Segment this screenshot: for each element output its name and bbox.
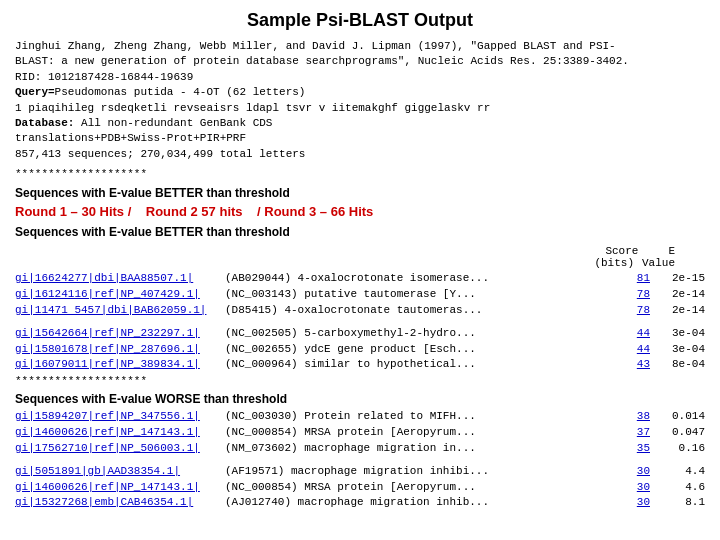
hit-eval: 0.16 xyxy=(650,441,705,456)
hit-score[interactable]: 78 xyxy=(615,287,650,302)
hit-desc: (NC_002505) 5-carboxymethyl-2-hydro... xyxy=(225,326,615,341)
table-row: gi|11471 5457|dbi|BAB62059.1| (D85415) 4… xyxy=(15,303,705,318)
hit-score[interactable]: 43 xyxy=(615,357,650,372)
hit-eval: 4.6 xyxy=(650,480,705,495)
hit-link[interactable]: gi|17562710|ref|NP_506003.1| xyxy=(15,441,225,456)
intro-db: Database: All non-redundant GenBank CDS xyxy=(15,116,705,131)
table-row: gi|14600626|ref|NP_147143.1| (NC_000854)… xyxy=(15,480,705,495)
round-line: Round 1 – 30 Hits / Round 2 57 hits / Ro… xyxy=(15,204,705,219)
table-row: gi|17562710|ref|NP_506003.1| (NM_073602)… xyxy=(15,441,705,456)
table-row: gi|5051891|gb|AAD38354.1| (AF19571) macr… xyxy=(15,464,705,479)
hit-score[interactable]: 78 xyxy=(615,303,650,318)
hits-extra: gi|5051891|gb|AAD38354.1| (AF19571) macr… xyxy=(15,464,705,511)
hit-desc: (NC_000964) similar to hypothetical... xyxy=(225,357,615,372)
hit-eval: 4.4 xyxy=(650,464,705,479)
hits-group1: gi|16624277|dbi|BAA88507.1| (AB029044) 4… xyxy=(15,271,705,318)
hit-desc: (D85415) 4-oxalocrotonate tautomeras... xyxy=(225,303,615,318)
hit-score[interactable]: 30 xyxy=(615,495,650,510)
round3-text: / Round 3 – 66 Hits xyxy=(257,204,373,219)
hit-link[interactable]: gi|16079011|ref|NP_389834.1| xyxy=(15,357,225,372)
score-col-label: Score xyxy=(605,245,638,257)
query-label: Query= xyxy=(15,86,55,98)
hit-eval: 8.1 xyxy=(650,495,705,510)
round2-link[interactable]: Round 2 57 hits xyxy=(146,204,243,219)
hit-eval: 3e-04 xyxy=(650,326,705,341)
hit-desc: (NC_000854) MRSA protein [Aeropyrum... xyxy=(225,480,615,495)
hits-group2: gi|15642664|ref|NP_232297.1| (NC_002505)… xyxy=(15,326,705,373)
hit-eval: 2e-14 xyxy=(650,287,705,302)
db-label: Database: xyxy=(15,117,74,129)
hit-desc: (AJ012740) macrophage migration inhib... xyxy=(225,495,615,510)
score-header: Score E xyxy=(15,245,705,257)
query-val: Pseudomonas putida - 4-OT (62 letters) xyxy=(55,86,306,98)
intro-db-line2: translations+PDB+Swiss-Prot+PIR+PRF xyxy=(15,131,705,146)
hit-link[interactable]: gi|16124116|ref|NP_407429.1| xyxy=(15,287,225,302)
stars-divider-top: ******************** xyxy=(15,168,705,180)
bits-col-label: (bits) xyxy=(594,257,634,269)
hit-score[interactable]: 44 xyxy=(615,342,650,357)
section1-header: Sequences with E-value BETTER than thres… xyxy=(15,186,705,200)
intro-line2: BLAST: a new generation of protein datab… xyxy=(15,54,705,69)
db-val: All non-redundant GenBank CDS xyxy=(81,117,272,129)
intro-query-seq: 1 piaqihileg rsdeqketli revseaisrs ldapl… xyxy=(15,101,705,116)
intro-block: Jinghui Zhang, Zheng Zhang, Webb Miller,… xyxy=(15,39,705,162)
hit-desc: (NC_000854) MRSA protein [Aeropyrum... xyxy=(225,425,615,440)
intro-rid: RID: 1012187428-16844-19639 xyxy=(15,70,705,85)
table-row: gi|16124116|ref|NP_407429.1| (NC_003143)… xyxy=(15,287,705,302)
hit-score[interactable]: 81 xyxy=(615,271,650,286)
intro-query: Query=Pseudomonas putida - 4-OT (62 lett… xyxy=(15,85,705,100)
hit-link[interactable]: gi|11471 5457|dbi|BAB62059.1| xyxy=(15,303,225,318)
hit-link[interactable]: gi|15327268|emb|CAB46354.1| xyxy=(15,495,225,510)
hit-link[interactable]: gi|15894207|ref|NP_347556.1| xyxy=(15,409,225,424)
hit-desc: (AF19571) macrophage migration inhibi... xyxy=(225,464,615,479)
hit-desc: (NC_003030) Protein related to MIFH... xyxy=(225,409,615,424)
hit-link[interactable]: gi|14600626|ref|NP_147143.1| xyxy=(15,425,225,440)
table-row: gi|14600626|ref|NP_147143.1| (NC_000854)… xyxy=(15,425,705,440)
worse-section-header: Sequences with E-value WORSE than thresh… xyxy=(15,392,705,406)
hit-eval: 0.014 xyxy=(650,409,705,424)
stars-divider-mid: ******************** xyxy=(15,375,705,387)
hit-score[interactable]: 30 xyxy=(615,480,650,495)
hit-eval: 2e-14 xyxy=(650,303,705,318)
eval-col-label: E xyxy=(668,245,675,257)
round1-link[interactable]: Round 1 – 30 Hits / xyxy=(15,204,131,219)
hit-score[interactable]: 37 xyxy=(615,425,650,440)
table-row: gi|16079011|ref|NP_389834.1| (NC_000964)… xyxy=(15,357,705,372)
intro-line1: Jinghui Zhang, Zheng Zhang, Webb Miller,… xyxy=(15,39,705,54)
hit-desc: (AB029044) 4-oxalocrotonate isomerase... xyxy=(225,271,615,286)
section2-header: Sequences with E-value BETTER than thres… xyxy=(15,225,705,239)
hit-link[interactable]: gi|16624277|dbi|BAA88507.1| xyxy=(15,271,225,286)
table-row: gi|15327268|emb|CAB46354.1| (AJ012740) m… xyxy=(15,495,705,510)
hit-score[interactable]: 30 xyxy=(615,464,650,479)
hit-link[interactable]: gi|15642664|ref|NP_232297.1| xyxy=(15,326,225,341)
table-row: gi|15642664|ref|NP_232297.1| (NC_002505)… xyxy=(15,326,705,341)
hit-desc: (NC_002655) ydcE gene product [Esch... xyxy=(225,342,615,357)
hit-eval: 3e-04 xyxy=(650,342,705,357)
table-row: gi|15801678|ref|NP_287696.1| (NC_002655)… xyxy=(15,342,705,357)
table-row: gi|16624277|dbi|BAA88507.1| (AB029044) 4… xyxy=(15,271,705,286)
hit-link[interactable]: gi|14600626|ref|NP_147143.1| xyxy=(15,480,225,495)
hit-desc: (NC_003143) putative tautomerase [Y... xyxy=(225,287,615,302)
hit-score[interactable]: 35 xyxy=(615,441,650,456)
val-col-label: Value xyxy=(642,257,675,269)
hit-eval: 0.047 xyxy=(650,425,705,440)
hit-link[interactable]: gi|5051891|gb|AAD38354.1| xyxy=(15,464,225,479)
hit-desc: (NM_073602) macrophage migration in... xyxy=(225,441,615,456)
table-row: gi|15894207|ref|NP_347556.1| (NC_003030)… xyxy=(15,409,705,424)
intro-db-stats: 857,413 sequences; 270,034,499 total let… xyxy=(15,147,705,162)
hit-link[interactable]: gi|15801678|ref|NP_287696.1| xyxy=(15,342,225,357)
hit-eval: 8e-04 xyxy=(650,357,705,372)
hit-score[interactable]: 44 xyxy=(615,326,650,341)
hits-worse: gi|15894207|ref|NP_347556.1| (NC_003030)… xyxy=(15,409,705,456)
hit-score[interactable]: 38 xyxy=(615,409,650,424)
hit-eval: 2e-15 xyxy=(650,271,705,286)
page-title: Sample Psi-BLAST Output xyxy=(15,10,705,31)
